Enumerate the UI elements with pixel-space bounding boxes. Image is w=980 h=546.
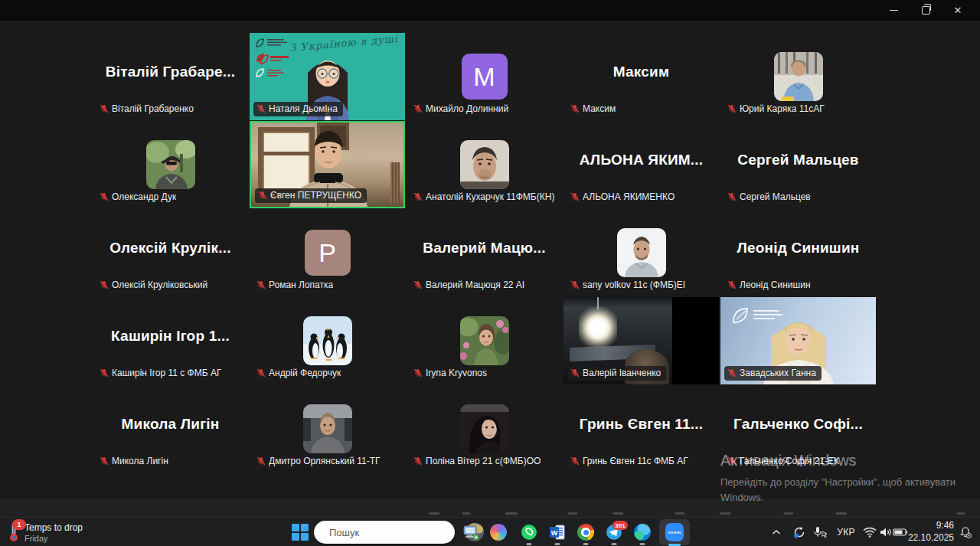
copilot-icon [490,524,507,541]
kryvonos-photo [460,316,509,365]
participant-tile[interactable]: Поліна Вітер 21 с(ФМБ)ОО [407,385,562,472]
participant-tile[interactable]: Дмитро Орлянський 11-ТГ [250,385,405,472]
participant-label-text: Андрій Федорчук [269,368,341,378]
participant-tile[interactable]: Микола Лигін Микола Лигін [93,385,248,472]
duk-photo [146,140,195,189]
participant-label: Сергей Мальцев [724,190,816,204]
participant-label: Валерій Іванченко [567,366,666,381]
photo-avatar [460,404,509,453]
photo-avatar [303,316,352,365]
taskbar-edge[interactable] [629,518,656,546]
bell-icon [959,526,972,538]
fedorchuk-penguins-photo [303,316,352,365]
participant-tile[interactable]: М Михайло Долинний [407,33,562,120]
muted-mic-icon [413,456,423,466]
muted-mic-icon [100,456,109,466]
tray-update[interactable] [789,518,810,546]
participant-tile[interactable]: Леонід Синишин Леонід Синишин [720,209,876,296]
participant-tile[interactable]: Гальченко Софі... Гальченко Софія 21-ЕК [720,385,876,472]
minimize-button[interactable] [877,0,910,21]
karyaka-photo [774,52,823,101]
taskbar-zoom[interactable]: zoom [659,519,690,545]
participant-tile[interactable]: Валерий Мацю... Валерий Мацюця 22 АІ [407,209,562,296]
participant-tile[interactable]: Максим Максим [564,33,719,120]
participant-tile[interactable]: АЛЬОНА ЯКИМ... АЛЬОНА ЯКИМЕНКО [564,121,719,208]
participant-tile[interactable]: Євген ПЕТРУЩЕНКО [250,121,405,208]
muted-mic-icon [100,280,109,289]
muted-mic-icon [727,104,737,113]
muted-mic-icon [256,456,266,466]
muted-mic-icon [570,456,580,466]
sync-icon [792,525,806,539]
muted-mic-icon [100,192,109,201]
orlianskyi-photo [303,404,352,453]
close-button[interactable]: ✕ [942,0,974,21]
participant-tile[interactable]: Олексій Крулік... Олексій Круліковський [93,209,248,296]
participant-label: Євген ПЕТРУЩЕНКО [255,188,367,203]
participant-label-text: Микола Лигін [112,456,168,466]
participant-label-text: Максим [583,103,616,114]
participant-label-text: sany volkov 11c (ФМБ)ЕІ [583,280,685,290]
windows-taskbar: 1 Temps to drop Friday [0,517,980,546]
participant-tile[interactable]: Андрій Федорчук [250,297,405,384]
participant-label-text: Поліна Вітер 21 с(ФМБ)ОО [426,456,541,466]
search-input[interactable] [328,526,466,539]
taskbar-word[interactable]: W [544,518,571,546]
start-button[interactable] [286,518,314,546]
participant-tile[interactable]: Юрий Каряка 11сАГ [720,33,876,120]
participant-tile[interactable]: Анатолій Кухарчук 11ФМБ(КН) [407,121,562,208]
participant-tile[interactable]: P Роман Лопатка [250,209,405,296]
participant-label-text: Гальченко Софія 21-ЕК [740,456,839,466]
tray-mic-access[interactable] [810,518,831,546]
taskbar-chrome[interactable] [572,518,599,546]
weather-widget[interactable]: 1 Temps to drop Friday [3,519,87,545]
participant-label: Анатолій Кухарчук 11ФМБ(КН) [410,190,560,204]
participant-label: Юрий Каряка 11сАГ [724,102,830,116]
participant-tile[interactable]: sany volkov 11c (ФМБ)ЕІ [564,209,719,296]
participant-label: Олексій Круліковський [96,278,213,293]
muted-mic-icon [727,280,737,289]
taskbar-search[interactable] [314,521,455,544]
restore-button[interactable] [910,0,942,21]
svg-text:W: W [551,529,558,537]
muted-mic-icon [100,104,109,113]
tray-notifications[interactable] [956,518,975,546]
tray-language[interactable]: УКР [833,518,859,546]
participant-label-text: Наталя ДьомІна [269,103,338,114]
volkov-photo [617,228,666,277]
participant-tile[interactable]: Iryna Kryvonos [407,297,562,384]
muted-mic-icon [570,104,580,113]
viter-photo [460,404,509,453]
tray-chevron-up[interactable] [767,518,786,546]
taskbar-whatsapp[interactable] [515,518,543,546]
participant-label-text: Гринь Євген 11с ФМБ АГ [583,456,688,466]
participant-label: Роман Лопатка [253,278,338,293]
participant-tile[interactable]: Завадських Ганна [720,297,876,384]
participant-tile[interactable]: З Україною в душі Наталя ДьомІна [250,33,405,120]
participant-label-text: Олексій Круліковський [112,280,207,290]
taskbar-this-pc[interactable] [457,518,485,546]
participant-tile[interactable]: Гринь Євген 11... Гринь Євген 11с ФМБ АГ [564,385,719,472]
participant-label-text: Завадських Ганна [740,368,816,378]
taskbar-copilot[interactable] [485,518,512,546]
participant-label: Олександр Дук [96,190,181,204]
taskbar-telegram[interactable]: 301 [600,518,628,546]
muted-mic-icon [727,368,737,378]
tray-clock[interactable]: 9:46 22.10.2025 [910,518,954,546]
muted-mic-icon [413,280,423,289]
participant-label-text: АЛЬОНА ЯКИМЕНКО [583,191,675,202]
participant-tile[interactable]: Віталій Грабаре... Віталій Грабаренко [93,33,248,120]
participant-tile[interactable]: Сергей Мальцев Сергей Мальцев [720,121,876,208]
participant-label: Андрій Федорчук [253,366,346,381]
zoom-toolbar-cutoff [0,499,980,517]
muted-mic-icon [256,368,266,378]
letter-avatar: М [462,54,508,100]
watermark-line1: Перейдіть до розділу "Настройки", щоб ак… [720,475,977,490]
chrome-icon [577,524,594,541]
battery-icon [893,528,908,537]
participant-tile[interactable]: Валерій Іванченко [564,297,719,384]
participant-tile[interactable]: Каширін Ігор 1... Каширін Ігор 11 с ФМБ … [93,297,248,384]
muted-mic-icon [256,280,266,289]
participant-tile[interactable]: Олександр Дук [93,121,248,208]
zoom-meeting-window: ✕ Віталій Грабаре... Віталій Грабаренко [0,0,980,546]
